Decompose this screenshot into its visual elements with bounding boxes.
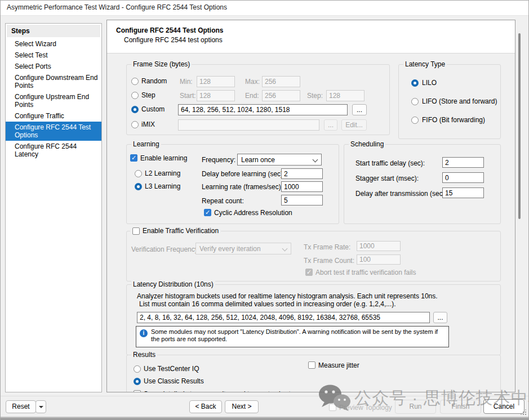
window-title: Asymmetric Performance Test Wizard - Con… [7,3,227,11]
main-scrollbar[interactable] [517,21,522,389]
measure-jitter-label[interactable]: Measure jitter [318,361,359,369]
frequency-value: Learn once [241,156,275,164]
start-traffic-delay-input[interactable] [442,157,484,168]
latency-type-group: Latency Type LILO LIFO (Store and forwar… [398,64,501,139]
step-configure-downstream-end-points[interactable]: Configure Downstream End Points [6,72,101,91]
verification-frequency-label: Verification Frequency: [131,245,200,253]
measure-jitter-checkbox[interactable] [308,361,315,369]
clipped-option-label: Save detailed stream results used to cre… [144,390,294,392]
run-button: Run [395,400,436,414]
reset-button[interactable]: Reset [6,400,36,413]
page-title: Configure RFC 2544 Test Options [116,26,223,34]
frame-size-random-label[interactable]: Random [141,77,167,85]
page-header: Configure RFC 2544 Test Options Configur… [107,20,515,53]
abort-test-checkbox [305,269,313,276]
results-group-title: Results [131,351,157,359]
latency-distribution-note-box: i Some modules may not support "Latency … [136,326,449,347]
min-label: Min: [180,78,193,86]
cyclic-address-resolution-checkbox[interactable] [204,209,211,216]
step-configure-upstream-end-points[interactable]: Configure Upstream End Points [6,91,101,110]
next-button[interactable]: Next > [225,400,259,413]
repeat-count-input[interactable] [281,195,323,205]
traffic-verification-legend: Enable Traffic Verification [130,226,221,235]
step-select-test[interactable]: Select Test [6,50,101,61]
delay-before-learning-label: Delay before learning (sec): [202,170,284,178]
frame-size-group: Frame Size (bytes) Random Min: Max: Step… [126,64,390,135]
fifo-radio[interactable] [411,117,419,124]
custom-sizes-browse-button[interactable]: ... [352,104,367,115]
frame-size-random-radio[interactable] [131,78,139,85]
results-group: Results Use TestCenter IQ Use Classic Re… [126,355,501,392]
frame-size-step-radio[interactable] [131,92,139,99]
use-classic-results-label[interactable]: Use Classic Results [144,377,204,385]
frame-size-step-label[interactable]: Step [141,91,155,99]
min-input [197,76,235,87]
frequency-label: Frequency: [202,156,235,164]
learning-rate-input[interactable] [281,181,323,192]
clipped-option-checkbox[interactable] [134,390,141,392]
delay-after-transmission-label: Delay after transmission (sec): [355,190,447,198]
enable-learning-checkbox[interactable] [130,154,137,162]
page-subtitle: Configure RFC 2544 test options [124,36,223,44]
learning-group: Learning Enable learning L2 Learning L3 … [126,144,339,224]
use-classic-results-radio[interactable] [134,378,141,385]
abort-test-label: Abort test if traffic verification fails [315,269,416,276]
lifo-radio[interactable] [411,98,419,105]
step-configure-traffic[interactable]: Configure Traffic [6,110,101,122]
frame-size-group-title: Frame Size (bytes) [131,60,192,68]
delay-after-transmission-input[interactable] [442,187,484,198]
resize-grip[interactable] [519,408,526,415]
title-bar: Asymmetric Performance Test Wizard - Con… [1,1,528,16]
info-icon: i [140,329,148,337]
fifo-label[interactable]: FIFO (Bit forwarding) [422,116,485,124]
custom-sizes-input[interactable] [178,104,348,115]
cancel-button[interactable]: Cancel [483,399,524,414]
learning-rate-label: Learning rate (frames/sec): [202,183,283,191]
cyclic-address-resolution-label[interactable]: Cyclic Address Resolution [214,209,292,217]
step-configure-rfc2544-latency[interactable]: Configure RFC 2544 Latency [6,141,101,160]
lilo-label[interactable]: LILO [422,79,437,87]
back-button[interactable]: < Back [189,400,222,413]
frame-size-custom-label[interactable]: Custom [141,105,165,113]
latency-type-group-title: Latency Type [403,60,447,68]
frequency-dropdown[interactable]: Learn once [237,154,322,166]
lifo-label[interactable]: LIFO (Store and forward) [422,97,497,105]
step-size-input [326,90,364,101]
step-size-label: Step: [307,92,323,100]
lilo-radio[interactable] [411,79,419,87]
delay-before-learning-input[interactable] [281,168,323,179]
frame-size-imix-label[interactable]: iMIX [141,120,155,128]
start-traffic-delay-label: Start traffic delay (sec): [355,159,425,167]
tx-frame-rate-label: Tx Frame Rate: [304,243,350,251]
step-configure-rfc2544-test-options[interactable]: Configure RFC 2544 Test Options [6,122,101,141]
stagger-start-input[interactable] [442,172,484,183]
enable-learning-label[interactable]: Enable learning [140,154,187,162]
verification-frequency-dropdown: Verify every iteration [195,243,291,254]
latency-distribution-desc-2: List must contain 16 comma delimited val… [139,300,396,308]
frame-size-imix-radio[interactable] [131,121,139,128]
stagger-start-label: Stagger start (msec): [355,175,419,182]
l2-learning-radio[interactable] [135,170,142,177]
enable-traffic-verification-label[interactable]: Enable Traffic Verification [143,227,219,235]
use-testcenter-iq-radio[interactable] [134,365,141,373]
wizard-window: Asymmetric Performance Test Wizard - Con… [0,0,529,420]
max-input [262,76,300,87]
enable-traffic-verification-checkbox[interactable] [132,227,140,235]
max-label: Max: [245,78,260,86]
l3-learning-radio[interactable] [135,183,142,190]
reset-dropdown-button[interactable] [35,400,46,413]
l3-learning-label[interactable]: L3 Learning [145,182,180,190]
step-select-ports[interactable]: Select Ports [6,61,101,72]
main-scrollbar-thumb[interactable] [518,33,521,219]
frame-size-custom-radio[interactable] [131,106,139,113]
step-select-wizard[interactable]: Select Wizard [6,38,101,50]
end-input [262,90,300,101]
repeat-count-label: Repeat count: [202,197,244,205]
preview-topology-checkbox [329,404,336,411]
scheduling-group: Scheduling Start traffic delay (sec): St… [344,144,501,224]
latency-distribution-browse-button[interactable]: ... [433,312,447,323]
l2-learning-label[interactable]: L2 Learning [145,169,180,177]
clipped-option-row: Save detailed stream results used to cre… [134,389,370,392]
latency-distribution-input[interactable] [137,312,430,323]
use-testcenter-iq-label[interactable]: Use TestCenter IQ [144,365,199,373]
